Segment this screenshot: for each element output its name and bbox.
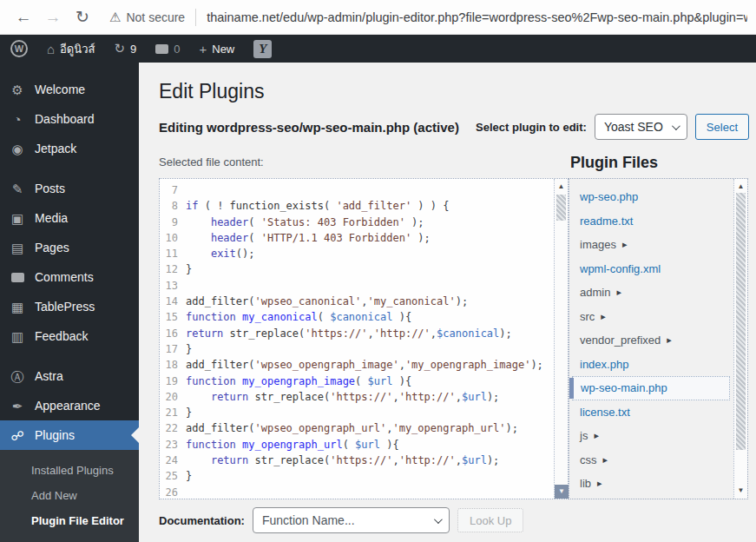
folder-js[interactable]: js▸ <box>569 424 733 448</box>
folder-expand-icon[interactable]: ▸ <box>616 287 621 298</box>
updates-icon: ↻ <box>114 41 125 56</box>
documentation-label: Documentation: <box>159 514 245 527</box>
submenu-item-add-new[interactable]: Add New <box>0 483 139 508</box>
sidebar-item-appearance[interactable]: ✒Appearance <box>0 391 139 420</box>
line-number: 23 <box>160 437 186 453</box>
gear-icon: ⚙ <box>9 83 26 96</box>
folder-expand-icon[interactable]: ▸ <box>603 454 608 466</box>
plugin-files-list: wp-seo.phpreadme.txtimages▸wpml-config.x… <box>569 179 733 499</box>
file-readme-txt[interactable]: readme.txt <box>569 209 733 234</box>
sidebar-separator <box>0 351 139 361</box>
folder-admin[interactable]: admin▸ <box>569 281 733 305</box>
yoast-menu[interactable]: Y <box>253 40 272 58</box>
file-wpml-config-xml[interactable]: wpml-config.xml <box>569 257 733 281</box>
plugin-select-value: Yoast SEO <box>604 120 663 134</box>
sidebar-item-jetpack[interactable]: ◉Jetpack <box>0 134 139 163</box>
file-wp-seo-php[interactable]: wp-seo.php <box>569 185 733 209</box>
files-scrollbar[interactable]: ▲ ▼ <box>733 179 747 499</box>
admin-sidebar: ⚙Welcome◔Dashboard◉Jetpack✎Posts▣Media▤P… <box>0 63 139 542</box>
page-title: Edit Plugins <box>159 80 264 103</box>
site-name-label: อีดูนิวส์ <box>60 40 95 58</box>
line-number: 19 <box>160 373 186 389</box>
folder-images[interactable]: images▸ <box>569 233 733 257</box>
new-content-menu[interactable]: + New <box>199 42 234 56</box>
code-line: 7 <box>160 182 554 198</box>
sidebar-item-label: Media <box>35 211 68 225</box>
folder-expand-icon[interactable]: ▸ <box>594 430 599 441</box>
sidebar-item-media[interactable]: ▣Media <box>0 203 139 233</box>
sidebar-item-pages[interactable]: ▤Pages <box>0 233 139 262</box>
plugins-submenu: Installed PluginsAdd NewPlugin File Edit… <box>0 450 139 542</box>
scroll-down-icon[interactable]: ▼ <box>734 485 747 497</box>
sidebar-item-label: Dashboard <box>35 112 95 126</box>
sidebar-item-astra[interactable]: ⒶAstra <box>0 361 139 391</box>
file-name: readme.txt <box>580 215 633 228</box>
select-plugin-button[interactable]: Select <box>695 114 749 140</box>
code-text: } <box>186 405 192 420</box>
folder-vendor-prefixed[interactable]: vendor_prefixed▸ <box>569 328 733 353</box>
code-text: return str_replace('https://','http://',… <box>186 326 512 341</box>
code-text: add_filter('wpseo_opengraph_image','my_o… <box>186 357 543 373</box>
sidebar-item-dashboard[interactable]: ◔Dashboard <box>0 104 139 134</box>
plugin-files-panel: wp-seo.phpreadme.txtimages▸wpml-config.x… <box>569 178 748 499</box>
wp-logo-menu[interactable]: W <box>10 40 28 57</box>
sidebar-item-posts[interactable]: ✎Posts <box>0 174 139 203</box>
line-number: 13 <box>160 278 186 294</box>
code-line: 13 <box>160 278 554 294</box>
folder-expand-icon[interactable]: ▸ <box>622 239 628 250</box>
main-content: Edit Plugins Editing wordpress-seo/wp-se… <box>139 63 756 542</box>
submenu-item-installed-plugins[interactable]: Installed Plugins <box>0 458 139 483</box>
wordpress-logo-icon: W <box>10 40 28 57</box>
folder-expand-icon[interactable]: ▸ <box>597 478 602 489</box>
folder-lib[interactable]: lib▸ <box>569 472 733 496</box>
editor-scrollbar-thumb[interactable] <box>556 195 566 221</box>
forward-icon[interactable]: → <box>38 8 68 27</box>
sidebar-item-tablepress[interactable]: ▦TablePress <box>0 292 139 321</box>
updates-menu[interactable]: ↻ 9 <box>114 41 136 56</box>
documentation-dropdown[interactable]: Function Name... <box>253 507 450 533</box>
sidebar-item-label: Jetpack <box>35 142 76 155</box>
folder-expand-icon[interactable]: ▸ <box>667 334 672 346</box>
code-text: add_filter('wpseo_canonical','my_canonic… <box>186 294 468 309</box>
reload-icon[interactable]: ↻ <box>68 7 97 27</box>
astra-logo-icon: Ⓐ <box>9 370 26 383</box>
not-secure-warning-icon[interactable]: ⚠ <box>109 10 121 25</box>
editor-scrollbar[interactable]: ▲ ▼ <box>554 179 568 499</box>
line-number: 22 <box>160 420 186 436</box>
pages-icon: ▤ <box>9 241 26 254</box>
file-name: license.txt <box>580 406 630 419</box>
comments-menu[interactable]: 0 <box>155 43 180 56</box>
submenu-item-plugin-file-editor[interactable]: Plugin File Editor <box>0 508 139 533</box>
sidebar-item-plugins[interactable]: ☍Plugins <box>0 420 139 450</box>
address-bar-url[interactable]: thainame.net/edu/wp-admin/plugin-editor.… <box>207 10 747 24</box>
sidebar-menu: ⚙Welcome◔Dashboard◉Jetpack✎Posts▣Media▤P… <box>0 63 139 450</box>
sidebar-item-welcome[interactable]: ⚙Welcome <box>0 75 139 104</box>
line-number: 25 <box>160 468 186 484</box>
back-icon[interactable]: ← <box>9 8 38 27</box>
site-name-menu[interactable]: ⌂ อีดูนิวส์ <box>47 40 95 58</box>
scroll-up-icon[interactable]: ▲ <box>555 181 568 193</box>
code-text: } <box>186 261 192 277</box>
folder-expand-icon[interactable]: ▸ <box>601 311 606 322</box>
folder-css[interactable]: css▸ <box>569 448 733 473</box>
file-license-txt[interactable]: license.txt <box>569 400 733 425</box>
sidebar-item-comments[interactable]: Comments <box>0 262 139 292</box>
file-name: vendor_prefixed <box>580 334 661 347</box>
file-wp-seo-main-php[interactable]: wp-seo-main.php <box>572 376 730 400</box>
plugin-select-dropdown[interactable]: Yoast SEO <box>595 114 687 140</box>
line-number: 12 <box>160 261 186 277</box>
code-editor[interactable]: 78if ( ! function_exists( 'add_filter' )… <box>159 178 569 499</box>
editing-file-heading: Editing wordpress-seo/wp-seo-main.php (a… <box>159 120 459 135</box>
code-lines[interactable]: 78if ( ! function_exists( 'add_filter' )… <box>160 179 554 499</box>
folder-src[interactable]: src▸ <box>569 305 733 329</box>
select-plugin-label: Select plugin to edit: <box>476 121 587 134</box>
look-up-button[interactable]: Look Up <box>457 508 523 532</box>
file-index-php[interactable]: index.php <box>569 353 733 377</box>
files-scrollbar-thumb[interactable] <box>736 193 746 450</box>
not-secure-label[interactable]: Not secure <box>126 10 185 24</box>
sidebar-item-feedback[interactable]: ▥Feedback <box>0 321 139 351</box>
scroll-up-icon[interactable]: ▲ <box>734 181 747 193</box>
browser-toolbar: ← → ↻ ⚠ Not secure thainame.net/edu/wp-a… <box>0 0 756 35</box>
scroll-down-icon[interactable]: ▼ <box>555 485 569 499</box>
line-number: 26 <box>160 485 186 499</box>
